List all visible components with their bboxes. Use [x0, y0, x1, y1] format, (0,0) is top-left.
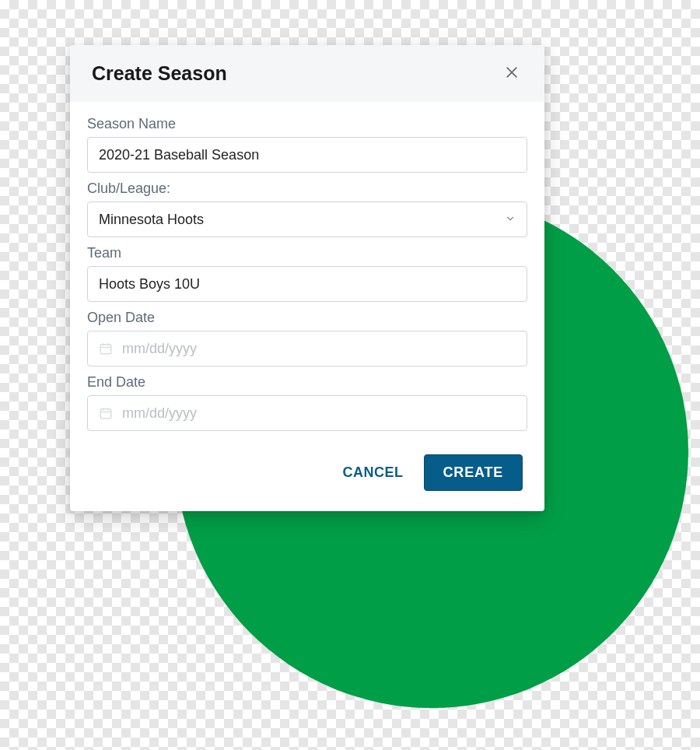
- club-league-select[interactable]: Minnesota Hoots: [87, 202, 527, 237]
- season-name-label: Season Name: [87, 116, 527, 132]
- open-date-placeholder: mm/dd/yyyy: [122, 341, 197, 357]
- chevron-down-icon: [505, 212, 516, 228]
- end-date-input[interactable]: mm/dd/yyyy: [87, 395, 527, 431]
- club-league-value: Minnesota Hoots: [99, 212, 204, 228]
- team-label: Team: [87, 245, 527, 261]
- close-button[interactable]: [501, 63, 523, 85]
- season-name-value: 2020-21 Baseball Season: [99, 147, 259, 163]
- modal-body: Season Name 2020-21 Baseball Season Club…: [70, 102, 544, 439]
- cancel-button[interactable]: CANCEL: [343, 464, 404, 481]
- modal-title: Create Season: [92, 62, 227, 85]
- calendar-icon: [99, 406, 113, 420]
- modal-footer: CANCEL CREATE: [70, 439, 544, 511]
- modal-header: Create Season: [70, 45, 544, 102]
- team-input[interactable]: Hoots Boys 10U: [87, 266, 527, 302]
- end-date-label: End Date: [87, 374, 527, 391]
- svg-rect-2: [100, 345, 111, 354]
- create-season-modal: Create Season Season Name 2020-21 Baseba…: [70, 45, 544, 511]
- open-date-label: Open Date: [87, 310, 527, 326]
- close-icon: [504, 65, 520, 83]
- team-value: Hoots Boys 10U: [99, 276, 200, 293]
- club-league-label: Club/League:: [87, 180, 527, 197]
- svg-rect-6: [100, 409, 111, 419]
- calendar-icon: [99, 342, 113, 356]
- end-date-placeholder: mm/dd/yyyy: [122, 405, 197, 422]
- season-name-input[interactable]: 2020-21 Baseball Season: [87, 137, 527, 173]
- open-date-input[interactable]: mm/dd/yyyy: [87, 331, 527, 366]
- create-button[interactable]: CREATE: [424, 454, 523, 491]
